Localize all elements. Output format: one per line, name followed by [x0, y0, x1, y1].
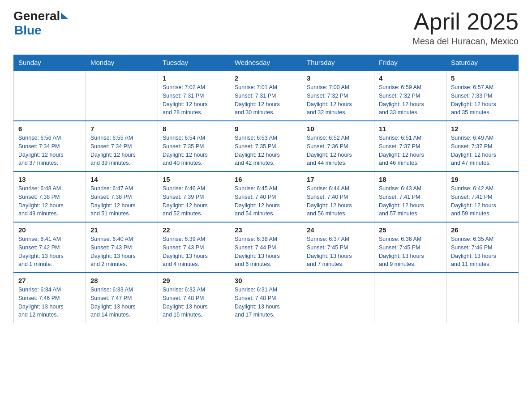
calendar-cell: 2Sunrise: 7:01 AM Sunset: 7:31 PM Daylig… — [230, 70, 302, 121]
calendar-cell: 12Sunrise: 6:49 AM Sunset: 7:37 PM Dayli… — [446, 121, 519, 171]
day-number: 1 — [163, 74, 225, 82]
day-info: Sunrise: 6:35 AM Sunset: 7:46 PM Dayligh… — [451, 235, 514, 269]
day-number: 12 — [451, 125, 514, 133]
day-info: Sunrise: 6:53 AM Sunset: 7:35 PM Dayligh… — [235, 134, 297, 167]
calendar-day-header: Tuesday — [158, 55, 230, 71]
day-info: Sunrise: 6:45 AM Sunset: 7:40 PM Dayligh… — [235, 184, 297, 218]
calendar-cell: 14Sunrise: 6:47 AM Sunset: 7:38 PM Dayli… — [86, 171, 158, 222]
calendar-cell: 24Sunrise: 6:37 AM Sunset: 7:45 PM Dayli… — [302, 222, 374, 273]
day-number: 7 — [90, 125, 153, 133]
day-number: 28 — [90, 277, 153, 284]
calendar-cell: 10Sunrise: 6:52 AM Sunset: 7:36 PM Dayli… — [302, 121, 374, 171]
title-section: April 2025 Mesa del Huracan, Mexico — [412, 9, 519, 47]
calendar-cell: 17Sunrise: 6:44 AM Sunset: 7:40 PM Dayli… — [302, 171, 374, 222]
day-info: Sunrise: 6:49 AM Sunset: 7:37 PM Dayligh… — [451, 134, 514, 167]
day-info: Sunrise: 6:47 AM Sunset: 7:38 PM Dayligh… — [90, 184, 153, 218]
calendar-cell: 6Sunrise: 6:56 AM Sunset: 7:34 PM Daylig… — [14, 121, 86, 171]
calendar-cell: 3Sunrise: 7:00 AM Sunset: 7:32 PM Daylig… — [302, 70, 374, 121]
day-number: 15 — [163, 176, 225, 183]
day-number: 24 — [307, 226, 369, 234]
calendar-day-header: Sunday — [14, 55, 86, 71]
day-info: Sunrise: 6:36 AM Sunset: 7:45 PM Dayligh… — [379, 235, 442, 269]
location-title: Mesa del Huracan, Mexico — [412, 36, 519, 47]
day-number: 4 — [379, 74, 442, 82]
day-number: 26 — [451, 226, 514, 234]
day-info: Sunrise: 6:57 AM Sunset: 7:33 PM Dayligh… — [451, 83, 514, 117]
logo-general-text: General — [13, 9, 60, 23]
logo-blue-text: Blue — [14, 23, 42, 38]
calendar-table: SundayMondayTuesdayWednesdayThursdayFrid… — [13, 55, 519, 323]
calendar-cell: 18Sunrise: 6:43 AM Sunset: 7:41 PM Dayli… — [374, 171, 446, 222]
calendar-cell: 30Sunrise: 6:31 AM Sunset: 7:48 PM Dayli… — [230, 273, 302, 323]
day-info: Sunrise: 7:00 AM Sunset: 7:32 PM Dayligh… — [307, 83, 369, 117]
calendar-cell: 13Sunrise: 6:48 AM Sunset: 7:38 PM Dayli… — [14, 171, 86, 222]
day-info: Sunrise: 6:40 AM Sunset: 7:43 PM Dayligh… — [90, 235, 153, 269]
logo-arrow-icon — [61, 13, 68, 19]
calendar-cell — [374, 273, 446, 323]
day-number: 23 — [235, 226, 297, 234]
calendar-day-header: Friday — [374, 55, 446, 71]
day-info: Sunrise: 7:01 AM Sunset: 7:31 PM Dayligh… — [235, 83, 297, 117]
day-number: 5 — [451, 74, 514, 82]
day-number: 21 — [90, 226, 153, 234]
day-info: Sunrise: 6:38 AM Sunset: 7:44 PM Dayligh… — [235, 235, 297, 269]
calendar-cell — [302, 273, 374, 323]
calendar-cell: 21Sunrise: 6:40 AM Sunset: 7:43 PM Dayli… — [86, 222, 158, 273]
calendar-cell: 19Sunrise: 6:42 AM Sunset: 7:41 PM Dayli… — [446, 171, 519, 222]
calendar-cell — [14, 70, 86, 121]
day-number: 3 — [307, 74, 369, 82]
day-number: 18 — [379, 176, 442, 183]
calendar-cell: 11Sunrise: 6:51 AM Sunset: 7:37 PM Dayli… — [374, 121, 446, 171]
calendar-cell — [86, 70, 158, 121]
calendar-cell: 15Sunrise: 6:46 AM Sunset: 7:39 PM Dayli… — [158, 171, 230, 222]
day-info: Sunrise: 6:37 AM Sunset: 7:45 PM Dayligh… — [307, 235, 369, 269]
calendar-week-row: 20Sunrise: 6:41 AM Sunset: 7:42 PM Dayli… — [14, 222, 519, 273]
day-number: 19 — [451, 176, 514, 183]
calendar-cell: 26Sunrise: 6:35 AM Sunset: 7:46 PM Dayli… — [446, 222, 519, 273]
calendar-week-row: 1Sunrise: 7:02 AM Sunset: 7:31 PM Daylig… — [14, 70, 519, 121]
day-info: Sunrise: 6:51 AM Sunset: 7:37 PM Dayligh… — [379, 134, 442, 167]
calendar-week-row: 27Sunrise: 6:34 AM Sunset: 7:46 PM Dayli… — [14, 273, 519, 323]
day-number: 20 — [18, 226, 81, 234]
day-number: 13 — [18, 176, 81, 183]
day-number: 9 — [235, 125, 297, 133]
day-info: Sunrise: 6:48 AM Sunset: 7:38 PM Dayligh… — [18, 184, 81, 218]
calendar-day-header: Monday — [86, 55, 158, 71]
day-number: 16 — [235, 176, 297, 183]
calendar-cell: 22Sunrise: 6:39 AM Sunset: 7:43 PM Dayli… — [158, 222, 230, 273]
calendar-header-row: SundayMondayTuesdayWednesdayThursdayFrid… — [14, 55, 519, 71]
day-info: Sunrise: 6:41 AM Sunset: 7:42 PM Dayligh… — [18, 235, 81, 269]
day-info: Sunrise: 6:55 AM Sunset: 7:34 PM Dayligh… — [90, 134, 153, 167]
day-number: 2 — [235, 74, 297, 82]
day-number: 17 — [307, 176, 369, 183]
calendar-cell: 20Sunrise: 6:41 AM Sunset: 7:42 PM Dayli… — [14, 222, 86, 273]
calendar-cell: 16Sunrise: 6:45 AM Sunset: 7:40 PM Dayli… — [230, 171, 302, 222]
month-title: April 2025 — [412, 9, 519, 34]
day-info: Sunrise: 6:43 AM Sunset: 7:41 PM Dayligh… — [379, 184, 442, 218]
day-number: 25 — [379, 226, 442, 234]
day-number: 10 — [307, 125, 369, 133]
day-info: Sunrise: 6:52 AM Sunset: 7:36 PM Dayligh… — [307, 134, 369, 167]
day-number: 6 — [18, 125, 81, 133]
day-info: Sunrise: 6:44 AM Sunset: 7:40 PM Dayligh… — [307, 184, 369, 218]
calendar-day-header: Wednesday — [230, 55, 302, 71]
calendar-cell: 4Sunrise: 6:59 AM Sunset: 7:32 PM Daylig… — [374, 70, 446, 121]
day-info: Sunrise: 6:46 AM Sunset: 7:39 PM Dayligh… — [163, 184, 225, 218]
calendar-cell: 29Sunrise: 6:32 AM Sunset: 7:48 PM Dayli… — [158, 273, 230, 323]
calendar-week-row: 13Sunrise: 6:48 AM Sunset: 7:38 PM Dayli… — [14, 171, 519, 222]
page-header: General Blue April 2025 Mesa del Huracan… — [13, 9, 519, 47]
day-info: Sunrise: 6:32 AM Sunset: 7:48 PM Dayligh… — [163, 286, 225, 319]
calendar-cell: 1Sunrise: 7:02 AM Sunset: 7:31 PM Daylig… — [158, 70, 230, 121]
calendar-cell: 27Sunrise: 6:34 AM Sunset: 7:46 PM Dayli… — [14, 273, 86, 323]
day-number: 22 — [163, 226, 225, 234]
day-info: Sunrise: 6:33 AM Sunset: 7:47 PM Dayligh… — [90, 286, 153, 319]
calendar-cell: 25Sunrise: 6:36 AM Sunset: 7:45 PM Dayli… — [374, 222, 446, 273]
calendar-cell: 5Sunrise: 6:57 AM Sunset: 7:33 PM Daylig… — [446, 70, 519, 121]
calendar-week-row: 6Sunrise: 6:56 AM Sunset: 7:34 PM Daylig… — [14, 121, 519, 171]
day-info: Sunrise: 7:02 AM Sunset: 7:31 PM Dayligh… — [163, 83, 225, 117]
day-info: Sunrise: 6:54 AM Sunset: 7:35 PM Dayligh… — [163, 134, 225, 167]
day-info: Sunrise: 6:34 AM Sunset: 7:46 PM Dayligh… — [18, 286, 81, 319]
calendar-cell: 28Sunrise: 6:33 AM Sunset: 7:47 PM Dayli… — [86, 273, 158, 323]
day-number: 29 — [163, 277, 225, 284]
day-info: Sunrise: 6:31 AM Sunset: 7:48 PM Dayligh… — [235, 286, 297, 319]
